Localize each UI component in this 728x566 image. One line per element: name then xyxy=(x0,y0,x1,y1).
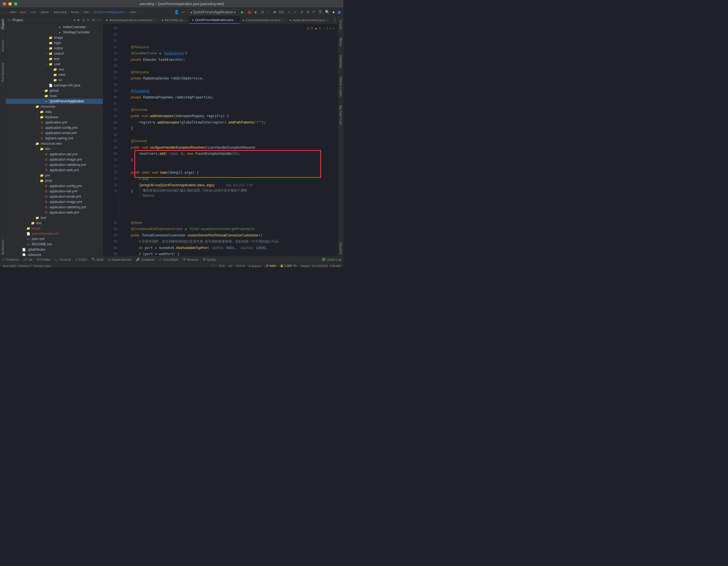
tree-item[interactable]: ⚙application-image.yml xyxy=(6,199,103,205)
tree-item[interactable]: ●README.md xyxy=(6,242,103,247)
run-config-selector[interactable]: ● QuickForumApplication ▾ xyxy=(188,9,239,15)
breadcrumb-segment[interactable]: main xyxy=(130,10,136,14)
run-icon[interactable]: ▶ xyxy=(241,10,244,14)
bottom-tool-services[interactable]: ⚙Services xyxy=(183,257,198,261)
expand-all-icon[interactable]: ⇲ xyxy=(82,18,85,22)
tree-item[interactable]: ⚙application-web.yml xyxy=(6,167,103,173)
close-window-icon[interactable] xyxy=(3,2,6,6)
git-incoming-outgoing[interactable]: 🔒 2 Δ/0↑ 6↓ xyxy=(280,264,297,267)
panel-settings-icon[interactable]: ⚙ xyxy=(92,18,95,22)
tool-tab-database[interactable]: Database xyxy=(339,54,343,69)
git-commit-icon[interactable]: ✓ xyxy=(294,10,297,14)
tree-item[interactable]: ›📁notice xyxy=(6,46,103,51)
tree-item[interactable]: ⌄📁resources-env xyxy=(6,141,103,146)
breadcrumb-segment[interactable]: ... xyxy=(2,10,5,14)
coverage-icon[interactable]: ◐ xyxy=(254,10,258,14)
attach-icon[interactable]: ⋯ xyxy=(267,10,271,14)
tree-item[interactable]: ›📁test xyxy=(6,220,103,226)
git-revert-icon[interactable]: ↶ xyxy=(312,10,316,14)
bottom-tool-checkstyle[interactable]: ✓CheckStyle xyxy=(159,257,178,261)
tree-item[interactable]: ›📁vo xyxy=(6,77,103,83)
tree-item[interactable]: ⚙application-email.yml xyxy=(6,130,103,136)
tree-item[interactable]: ⌄📁user xyxy=(6,62,103,67)
git-branch[interactable]: ⎇ main xyxy=(265,264,276,267)
select-opened-icon[interactable]: ⊕ xyxy=(77,18,80,22)
editor-tab[interactable]: ●README.md× xyxy=(159,16,189,24)
tree-item[interactable]: ⌄📁dev xyxy=(6,146,103,152)
bottom-tool-endpoints[interactable]: 🔗Endpoints xyxy=(136,257,155,261)
tree-item[interactable]: ⚙application-config.yml xyxy=(6,183,103,189)
tree-item[interactable]: ⚙application.yml xyxy=(6,120,103,125)
copilot-icon[interactable]: ● xyxy=(333,10,335,14)
tree-item[interactable]: ⚙application-dal.yml xyxy=(6,152,103,157)
tree-item[interactable]: mpom.xml xyxy=(6,236,103,242)
tree-item[interactable]: ⚙application-web.yml xyxy=(6,210,103,215)
tree-item[interactable]: ⚙logback-spring.xml xyxy=(6,136,103,141)
git-update-icon[interactable]: ✓ xyxy=(288,10,291,14)
tree-item[interactable]: ⚙application-image.yml xyxy=(6,157,103,162)
blame-annotation[interactable]: Blame: You 5/11/23, 7:56 AM xyxy=(301,264,341,267)
tree-item[interactable]: ⌄📁resources xyxy=(6,104,103,109)
user-icon[interactable]: 👤 xyxy=(174,10,179,14)
breadcrumb-segment[interactable]: java xyxy=(20,10,26,14)
tool-tab-copilot[interactable]: GitHub Copilot xyxy=(339,76,343,98)
bottom-tool-problems[interactable]: ⚠Problems xyxy=(2,257,19,261)
settings-icon[interactable]: ▣ xyxy=(338,10,341,14)
editor-tab[interactable]: ●ContextStartedEvent.java× xyxy=(240,16,287,24)
tree-item[interactable]: ●SiteMapController xyxy=(6,30,103,35)
tree-item[interactable]: ⌄📁prod xyxy=(6,178,103,183)
tool-tab-bigdata[interactable]: Big Data Tools xyxy=(339,104,343,126)
window-controls[interactable] xyxy=(3,2,17,6)
tool-tab-maven[interactable]: Maven xyxy=(339,37,343,48)
stop-icon[interactable]: ■ xyxy=(273,10,276,14)
breadcrumb-segment[interactable]: QuickForumApplication xyxy=(93,10,125,14)
tree-item[interactable]: ›📁rest xyxy=(6,67,103,72)
tree-item[interactable]: ⚙application-dal.yml xyxy=(6,189,103,194)
project-tree[interactable]: ●IndexController●SiteMapController›📁imag… xyxy=(6,24,103,256)
editor-tabs[interactable]: ●AbstractApplicationContext.java×●README… xyxy=(103,16,338,24)
view-mode-dropdown[interactable]: ▾ xyxy=(74,18,75,22)
file-encoding[interactable]: UTF-8 xyxy=(236,264,245,267)
collapse-all-icon[interactable]: ⇱ xyxy=(87,18,90,22)
tree-item[interactable]: 📄paicoding-web.iml xyxy=(6,231,103,236)
editor-tab[interactable]: ●AbstractApplicationContext.java× xyxy=(103,16,159,24)
editor-tab[interactable]: ●ApplicationContext.java× xyxy=(287,16,331,24)
tree-item[interactable]: ›📁hook xyxy=(6,93,103,99)
breadcrumb-segment[interactable]: forum xyxy=(71,10,79,14)
breadcrumb-segment[interactable]: github xyxy=(41,10,49,14)
tree-item[interactable]: ⚙application-email.yml xyxy=(6,194,103,199)
tool-tab-bookmarks[interactable]: Bookmarks xyxy=(1,238,5,256)
bottom-tool-git[interactable]: ⎇Git xyxy=(23,257,32,261)
tree-item[interactable]: 📄.gitignore xyxy=(6,252,103,256)
bottom-tool-profiler[interactable]: ◔Profiler xyxy=(37,257,50,261)
bottom-tool-todo[interactable]: ≡TODO xyxy=(76,257,87,261)
indent-setting[interactable]: 4 spaces xyxy=(249,264,261,267)
tree-item[interactable]: ›📁data xyxy=(6,109,103,115)
bottom-tool-dependencies[interactable]: ⫘Dependencies xyxy=(108,257,132,261)
tree-item[interactable]: ›📁pre xyxy=(6,173,103,178)
tool-tab-pull-requests[interactable]: Pull Requests xyxy=(1,62,5,83)
tree-item[interactable]: 📄package-info.java xyxy=(6,83,103,88)
profile-icon[interactable]: ◔ xyxy=(261,10,264,14)
tree-item[interactable]: ●IndexController xyxy=(6,25,103,30)
event-log-button[interactable]: 2 Event Log xyxy=(321,257,341,261)
editor-tab[interactable]: ●QuickForumApplication.java× xyxy=(189,16,240,24)
sync-icon[interactable]: ↩ xyxy=(182,10,185,14)
tree-item[interactable]: ›📁target xyxy=(6,226,103,231)
tool-tab-visualgc[interactable]: VisualGC xyxy=(339,241,343,256)
tree-item[interactable]: ›📁global xyxy=(6,88,103,93)
tree-item[interactable]: ›📁test xyxy=(6,56,103,62)
more-tabs-icon[interactable]: ⋮ xyxy=(331,18,338,22)
bottom-tool-terminal[interactable]: >_Terminal xyxy=(55,257,71,261)
minimize-window-icon[interactable] xyxy=(8,2,12,6)
tree-item[interactable]: ⚙application-config.yml xyxy=(6,125,103,130)
tree-item[interactable]: ›📁test xyxy=(6,215,103,220)
ide-icon[interactable]: 文 xyxy=(318,9,322,14)
tree-item[interactable]: ›📁liquibase xyxy=(6,115,103,120)
tree-item[interactable]: ⚙application-rabbitmq.yml xyxy=(6,162,103,167)
breadcrumb-segment[interactable]: main xyxy=(9,10,16,14)
breadcrumb[interactable]: ...mainjavacomgithubpaicodingforumwebQui… xyxy=(2,10,173,14)
inspections-widget[interactable]: ⚠ 2 ▲ 1 ✓ 1 ∧ ∨ xyxy=(307,25,335,31)
bottom-tool-build[interactable]: 🔨Build xyxy=(92,257,103,261)
memory-indicator[interactable]: ⛶ xyxy=(212,264,215,267)
